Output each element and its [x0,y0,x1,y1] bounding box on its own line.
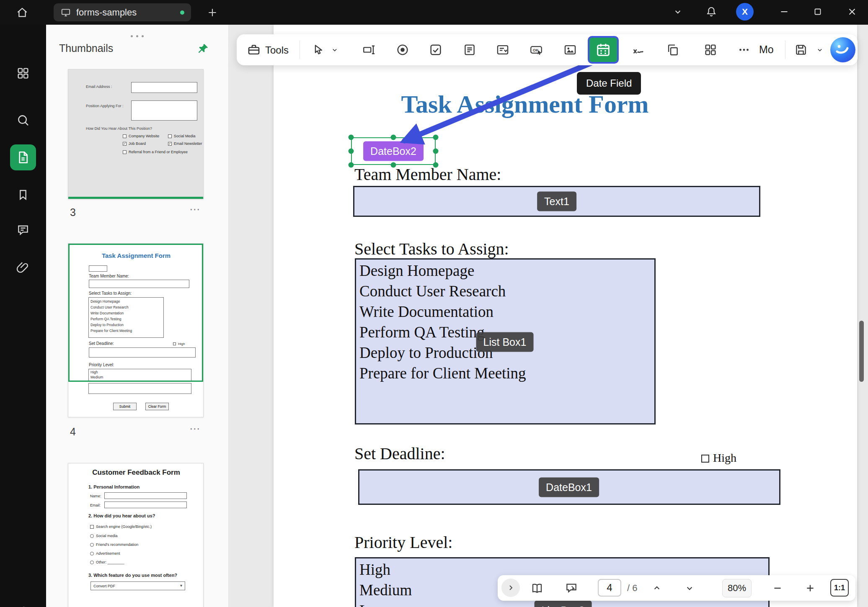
sidebar-item-thumbnails-active[interactable] [10,144,36,170]
task-option[interactable]: Write Documentation [359,301,654,322]
mini-radio [90,561,94,564]
zoom-value: 80% [728,583,746,594]
sidebar-item-comments[interactable] [5,216,41,244]
actual-size-button[interactable]: 1:1 [830,579,849,597]
notifications-button[interactable] [701,5,721,19]
minus-icon [772,583,783,594]
monitor-icon [60,7,71,18]
page-number-input[interactable] [598,579,621,597]
mini-option-label: Other: ________ [96,560,124,564]
maximize-icon [813,7,823,17]
grid-icon [703,43,718,57]
sidebar-item-attachments[interactable] [5,253,41,282]
search-icon [16,113,30,127]
mini-checkbox [90,525,94,529]
thumbnail-page-3[interactable]: Email Address : Position Applying For : … [68,69,204,199]
panel-drag-handle[interactable] [129,31,145,39]
chevron-down-icon [816,46,824,54]
account-avatar[interactable]: X [736,3,754,21]
document-tab[interactable]: forms-samples [54,3,191,21]
minimize-icon [779,6,790,17]
arrange-fields-button[interactable] [699,38,722,62]
zoom-in-button[interactable] [801,581,819,596]
save-button[interactable] [789,38,813,62]
date-field-tool-button-active[interactable] [588,36,619,64]
chevron-down-icon: ▾ [180,583,182,588]
sidebar-item-apps[interactable] [5,59,41,87]
sidebar-item-search[interactable] [5,106,41,134]
resize-handle-n[interactable] [391,135,396,140]
form-note-tool-button[interactable] [458,38,481,62]
mini-checkbox [168,134,172,138]
close-icon [847,6,858,17]
select-tool-button[interactable] [307,38,330,62]
more-tools-button[interactable] [735,38,753,62]
mini-checkbox-checked: ✓ [168,142,172,146]
resize-handle-sw[interactable] [349,162,354,168]
mini-label: Set Deadline: [89,341,114,346]
previous-page-button[interactable] [648,581,666,596]
resize-handle-nw[interactable] [349,135,354,140]
next-page-button[interactable] [680,581,699,596]
task-option[interactable]: Prepare for Client Meeting [359,363,654,383]
close-button[interactable] [842,5,862,19]
save-dropdown[interactable] [813,38,827,62]
push-button-tool-button[interactable]: OK [524,38,548,62]
listbox2-tag: List Box2 [535,601,592,607]
pin-icon [197,42,209,55]
text-field-tool-button[interactable] [357,38,381,62]
signature-field-tool-button[interactable] [627,38,650,62]
task-option[interactable]: Conduct User Research [359,281,654,301]
reading-mode-button[interactable] [527,581,547,596]
collapse-toolbar-button[interactable] [668,5,688,19]
pin-panel-button[interactable] [195,41,211,57]
tools-button[interactable] [244,38,264,62]
bookmark-icon [16,188,30,201]
annotate-pointer-button[interactable] [561,581,581,596]
resize-handle-w[interactable] [349,149,354,154]
home-button[interactable] [13,5,31,21]
paperclip-icon [16,260,30,275]
sidebar-item-signature-tools[interactable] [5,598,41,607]
tab-title: forms-samples [76,7,175,18]
new-tab-button[interactable] [204,5,221,21]
radio-button-tool-button[interactable] [391,38,414,62]
mini-clear-button: Clear Form [145,403,169,410]
image-field-tool-button[interactable] [558,38,582,62]
page4-menu-button[interactable]: ⋯ [189,422,201,435]
page-number-3: 3 [70,206,76,219]
mini-label: Position Applying For : [86,104,124,108]
mode-label-truncated: Mo [759,44,774,56]
combo-box-tool-button[interactable] [491,38,514,62]
zoom-out-button[interactable] [768,581,787,596]
mini-listbox: HighMedium [88,369,191,382]
copy-fields-button[interactable] [661,38,685,62]
task-option[interactable]: Design Homepage [359,260,654,281]
text1-tag: Text1 [537,192,576,211]
thumbnail-page-5[interactable]: Customer Feedback Form 1. Personal Infor… [68,463,204,607]
zoom-level[interactable]: 80% [722,579,752,597]
thumbnail-page-4-current[interactable]: Task Assignment Form Team Member Name: S… [68,243,204,417]
book-icon [530,581,544,595]
resize-handle-ne[interactable] [433,135,439,140]
mini-input [89,347,196,358]
page3-view-indicator [68,197,203,199]
expand-bar-button[interactable] [501,579,520,597]
mini-section: 1. Personal Information [88,484,140,489]
ai-assistant-button[interactable] [830,37,856,63]
mini-label: Name: [90,494,101,498]
select-tool-dropdown[interactable] [328,38,341,62]
vertical-scrollbar-thumb[interactable] [859,321,864,382]
maximize-button[interactable] [808,5,828,19]
sidebar-item-bookmarks[interactable] [5,180,41,209]
signature-icon [631,42,646,57]
mini-label: Priority Level: [89,363,114,367]
minimize-button[interactable] [774,5,794,19]
plus-icon [207,7,218,18]
checkbox-tool-button[interactable] [424,38,447,62]
bell-icon [705,5,718,18]
resize-handle-e[interactable] [433,149,439,154]
high-checkbox[interactable] [701,455,709,463]
ellipsis-icon [737,43,751,57]
page3-menu-button[interactable]: ⋯ [189,203,201,216]
